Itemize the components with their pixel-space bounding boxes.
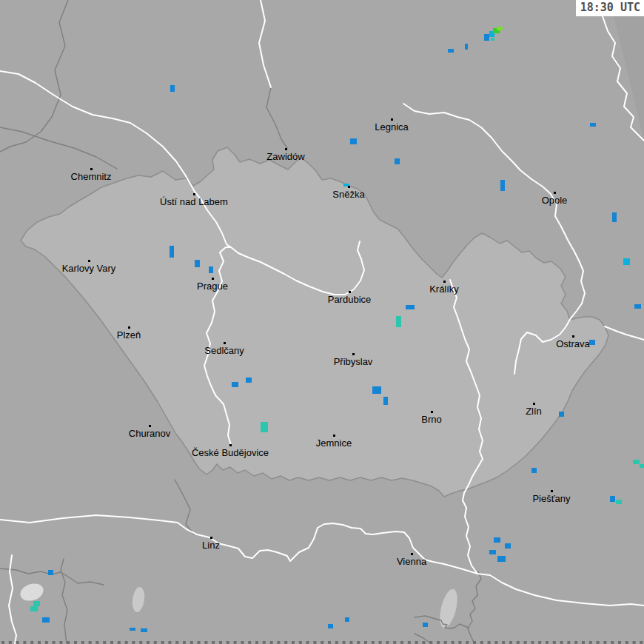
city-marker	[90, 168, 93, 170]
bottom-tick	[574, 641, 577, 644]
bottom-tick	[611, 641, 614, 644]
bottom-tick	[625, 641, 628, 644]
bottom-tick	[74, 641, 77, 644]
radar-echo	[612, 212, 617, 222]
radar-echo	[484, 34, 489, 41]
bottom-tick	[139, 641, 142, 644]
timestamp-text: 18:30 UTC	[580, 1, 640, 14]
bottom-tick	[321, 641, 323, 644]
bottom-tick	[89, 641, 92, 644]
bottom-tick	[30, 641, 33, 644]
bottom-tick	[357, 641, 360, 644]
radar-echo	[395, 158, 400, 164]
radar-echo	[33, 601, 40, 606]
bottom-tick	[480, 641, 483, 644]
city-marker	[193, 193, 195, 195]
radar-echo	[497, 27, 503, 30]
bottom-tick	[538, 641, 541, 644]
radar-echo	[423, 623, 428, 627]
bottom-tick	[633, 641, 636, 644]
bottom-tick	[509, 641, 512, 644]
bottom-tick	[379, 641, 382, 644]
city-label: Pardubice	[328, 294, 372, 305]
bottom-tick	[292, 641, 295, 644]
radar-echo	[531, 468, 537, 473]
bottom-tick	[452, 641, 455, 644]
radar-map: ChemnitzÚstí nad LabemZawidówSněžkaLegni…	[0, 0, 644, 644]
radar-echo	[590, 123, 596, 127]
bottom-tick	[81, 641, 84, 644]
city-label: Vienna	[397, 556, 427, 567]
radar-echo	[383, 397, 388, 405]
bottom-tick	[429, 641, 432, 644]
city-marker	[149, 425, 151, 427]
bottom-tick	[393, 641, 396, 644]
radar-echo	[396, 316, 401, 327]
city-label: Zlín	[526, 406, 542, 417]
city-marker	[391, 118, 393, 121]
bottom-tick	[227, 641, 229, 644]
city-marker	[551, 490, 553, 492]
bottom-tick	[95, 641, 98, 644]
city-marker	[333, 435, 335, 437]
bottom-tick	[546, 641, 549, 644]
bottom-tick	[444, 641, 447, 644]
bottom-tick	[494, 641, 497, 644]
city-marker	[88, 260, 90, 262]
radar-echo	[232, 382, 238, 387]
bottom-tick	[118, 641, 121, 644]
radar-echo	[209, 266, 213, 273]
bottom-tick	[473, 641, 476, 644]
radar-echo	[616, 500, 622, 504]
city-label: Zawidów	[266, 151, 305, 162]
bottom-tick	[168, 641, 171, 644]
city-label: Opole	[542, 195, 568, 206]
bottom-tick	[248, 641, 251, 644]
radar-echo	[589, 340, 595, 345]
city-label: Přibyslav	[334, 356, 373, 367]
city-marker	[348, 186, 350, 188]
radar-echo	[559, 412, 564, 417]
radar-echo	[261, 422, 268, 432]
bottom-tick	[589, 641, 592, 644]
bottom-tick	[161, 641, 164, 644]
city-label: Chemnitz	[71, 171, 112, 182]
bottom-tick	[582, 641, 585, 644]
bottom-tick	[437, 641, 440, 644]
bottom-tick	[59, 641, 62, 644]
bottom-tick	[277, 641, 280, 644]
city-label: Karlovy Vary	[62, 263, 116, 274]
city-label: Plzeň	[117, 329, 141, 341]
bottom-tick	[618, 641, 621, 644]
bottom-tick	[531, 641, 534, 644]
city-marker	[285, 148, 287, 150]
radar-echo	[141, 628, 147, 632]
radar-echo	[505, 543, 511, 549]
bottom-tick	[502, 641, 505, 644]
city-marker	[210, 537, 212, 539]
bottom-tick	[299, 641, 302, 644]
bottom-tick	[45, 641, 48, 644]
city-marker	[554, 192, 556, 194]
radar-echo	[345, 617, 349, 622]
bottom-tick	[241, 641, 244, 644]
city-label: Legnica	[375, 121, 409, 133]
city-marker	[128, 326, 130, 329]
bottom-tick	[204, 641, 207, 644]
bottom-tick	[255, 641, 258, 644]
radar-echo	[633, 460, 640, 464]
bottom-tick	[38, 641, 41, 644]
radar-echo	[465, 44, 468, 50]
city-marker	[349, 291, 351, 293]
city-marker	[533, 403, 535, 405]
bottom-tick	[415, 641, 418, 644]
bottom-tick	[132, 641, 135, 644]
bottom-tick	[372, 641, 375, 644]
radar-echo	[634, 304, 641, 309]
radar-echo	[623, 258, 630, 265]
city-marker	[443, 281, 446, 283]
bottom-tick	[234, 641, 237, 644]
radar-echo	[30, 606, 38, 611]
bottom-tick	[306, 641, 309, 644]
city-marker	[431, 411, 433, 413]
